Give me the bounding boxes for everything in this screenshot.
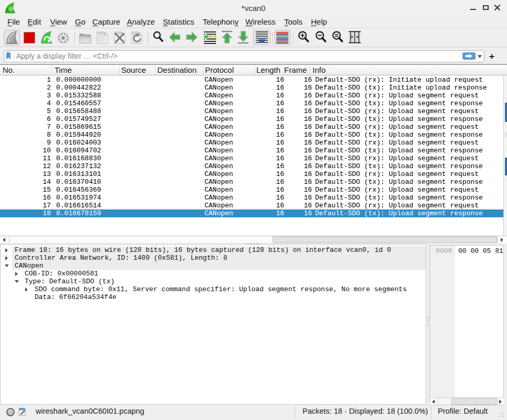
svg-text:0111: 0111 xyxy=(99,40,105,43)
